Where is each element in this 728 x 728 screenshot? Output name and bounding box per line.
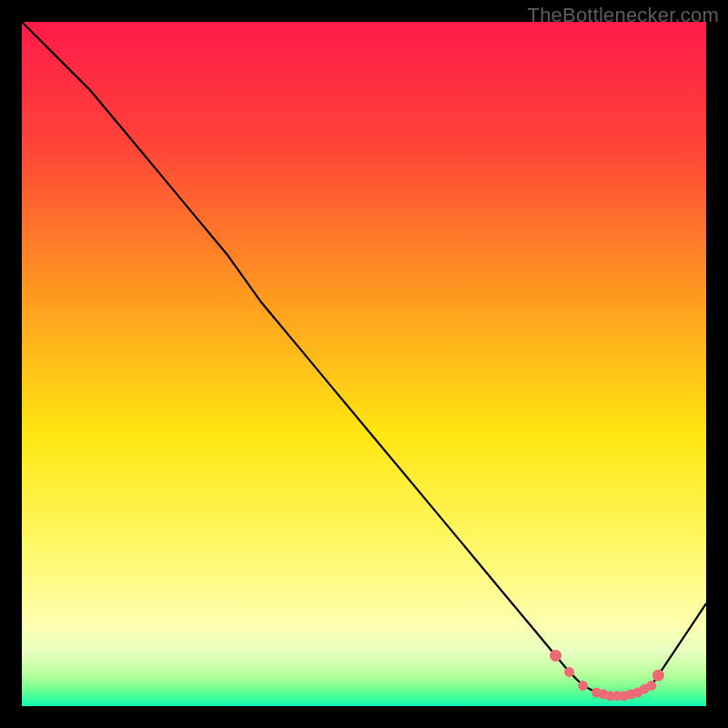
watermark-text: TheBottlenecker.com [528, 4, 719, 27]
optimal-marker [646, 681, 656, 691]
bottleneck-chart [22, 22, 706, 706]
optimal-marker [564, 667, 574, 677]
optimal-marker [550, 650, 561, 662]
optimal-marker [578, 681, 588, 691]
optimal-marker [652, 670, 664, 682]
gradient-background [22, 22, 706, 706]
chart-frame [22, 22, 706, 706]
